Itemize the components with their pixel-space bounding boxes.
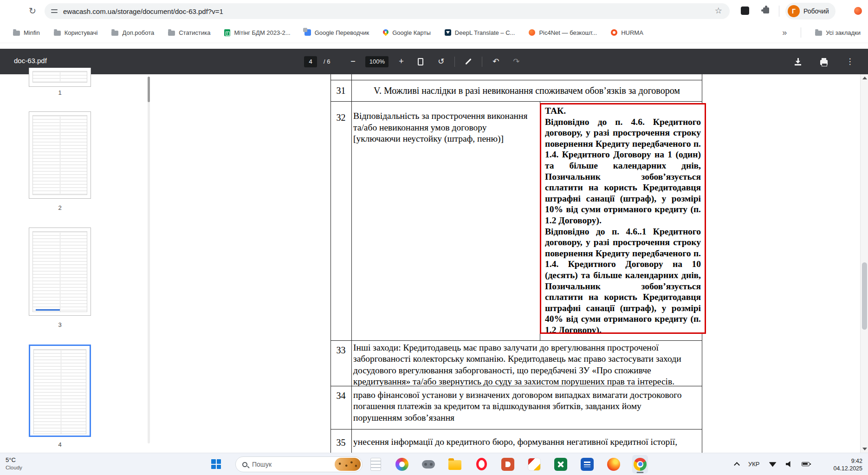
pdf-page: 31 V. Можливі наслідки в разі невиконанн… bbox=[155, 74, 860, 453]
section-header-text: V. Можливі наслідки в разі невиконання с… bbox=[351, 80, 702, 101]
pdf-toolbar: doc-63.pdf 4 / 6 − 100% + ↺ ↶ ↷ ⋮ bbox=[0, 49, 868, 74]
page-count-label: / 6 bbox=[324, 58, 330, 65]
download-icon bbox=[795, 58, 801, 65]
tray-expand-chevron-icon[interactable] bbox=[734, 462, 740, 468]
thumbnail-page-2[interactable] bbox=[29, 111, 91, 199]
thumbnail-preview bbox=[32, 71, 87, 83]
printer-icon bbox=[820, 60, 828, 65]
bookmark-folder-minfin[interactable]: Minfin bbox=[13, 29, 40, 36]
zoom-in-button[interactable]: + bbox=[395, 56, 407, 68]
thumbnail-scrollbar[interactable] bbox=[148, 77, 150, 443]
redo-button[interactable]: ↷ bbox=[509, 55, 523, 69]
windows-taskbar: 5°C Cloudy Пошук УКР 9:42 04.12.2025 bbox=[0, 453, 868, 475]
undo-button[interactable]: ↶ bbox=[489, 55, 503, 69]
annotate-button[interactable] bbox=[461, 55, 475, 69]
weather-widget[interactable]: 5°C Cloudy bbox=[6, 456, 22, 471]
taskbar-search-box[interactable]: Пошук bbox=[235, 456, 363, 472]
clock-widget[interactable]: 9:42 04.12.2025 bbox=[833, 457, 862, 473]
bookmark-label: Google Карты bbox=[392, 29, 431, 36]
zoom-out-button[interactable]: − bbox=[347, 56, 359, 68]
controller-app-icon[interactable] bbox=[421, 455, 436, 474]
mail-app-icon[interactable] bbox=[526, 455, 542, 474]
thumbnail-page-1[interactable] bbox=[29, 68, 91, 87]
all-bookmarks-label: Усі закладки bbox=[826, 29, 861, 36]
all-bookmarks-button[interactable]: Усі закладки bbox=[815, 29, 861, 36]
pdf-filename: doc-63.pdf bbox=[14, 57, 47, 65]
scroll-down-arrow[interactable] bbox=[862, 448, 867, 450]
fit-page-button[interactable] bbox=[414, 55, 428, 69]
browser-toolbar: ↻ ewacash.com.ua/storage/document/doc-63… bbox=[0, 0, 868, 22]
extensions-icon[interactable] bbox=[763, 7, 769, 13]
bookmark-hurma[interactable]: HURMA bbox=[611, 29, 643, 36]
pdf-right-controls: ⋮ bbox=[791, 49, 857, 74]
bookmark-google-translate[interactable]: Google Переводчик bbox=[304, 29, 369, 36]
thumbnail-page-4-selected[interactable] bbox=[29, 345, 91, 437]
battery-icon[interactable] bbox=[802, 462, 810, 466]
row-33-text: Інші заходи: Кредитодавець має право зал… bbox=[353, 342, 700, 387]
bookmarks-divider bbox=[801, 27, 801, 38]
pinned-extension-icon[interactable] bbox=[741, 7, 749, 15]
thumbnail-scrollbar-thumb[interactable] bbox=[148, 77, 150, 102]
print-button[interactable] bbox=[817, 55, 831, 69]
thumbnail-page-3[interactable] bbox=[29, 228, 91, 316]
bookmark-google-maps[interactable]: Google Карты bbox=[383, 29, 431, 36]
row-number: 35 bbox=[330, 437, 351, 448]
bookmark-folder-users[interactable]: Користувачі bbox=[54, 29, 98, 36]
rotate-button[interactable]: ↺ bbox=[434, 55, 448, 69]
file-explorer-app-icon[interactable] bbox=[447, 455, 463, 474]
photos-app-icon[interactable] bbox=[394, 455, 410, 474]
bookmark-label: Мітінг БДМ 2023-2... bbox=[234, 29, 290, 36]
address-bar[interactable]: ewacash.com.ua/storage/document/doc-63.p… bbox=[45, 3, 730, 19]
folder-icon bbox=[54, 31, 61, 36]
row-number: 33 bbox=[330, 345, 351, 356]
pen-icon bbox=[466, 59, 472, 65]
volume-icon[interactable] bbox=[786, 461, 792, 467]
search-icon bbox=[242, 462, 247, 467]
opera-app-icon[interactable] bbox=[473, 455, 489, 474]
word-icon bbox=[581, 458, 594, 471]
toolbar-divider bbox=[779, 6, 779, 17]
bookmark-deepl[interactable]: DeepL Translate – С... bbox=[445, 29, 515, 36]
firefox-app-icon[interactable] bbox=[606, 455, 622, 474]
profile-name: Робочий bbox=[803, 7, 829, 15]
profile-avatar: Г bbox=[788, 5, 800, 17]
bookmark-label: Користувачі bbox=[65, 29, 98, 36]
bookmark-label: Статистика bbox=[179, 29, 210, 36]
vertical-scrollbar[interactable] bbox=[860, 74, 868, 453]
pic4net-icon bbox=[529, 29, 535, 36]
excel-app-icon[interactable] bbox=[553, 455, 569, 474]
pdf-center-controls: 4 / 6 − 100% + ↺ ↶ ↷ bbox=[304, 49, 523, 74]
powerpoint-app-icon[interactable] bbox=[500, 455, 516, 474]
table-border bbox=[330, 101, 702, 102]
page-number-input[interactable]: 4 bbox=[304, 56, 317, 67]
download-button[interactable] bbox=[791, 55, 805, 69]
photos-icon bbox=[395, 458, 408, 471]
bookmarks-overflow-chevron[interactable]: » bbox=[782, 28, 787, 38]
wifi-icon[interactable] bbox=[769, 462, 777, 467]
pinned-extension-orange-icon[interactable] bbox=[854, 7, 862, 15]
profile-chip[interactable]: Г Робочий bbox=[785, 3, 836, 20]
chrome-app-icon-active[interactable] bbox=[632, 455, 648, 474]
bookmark-meeting-sheet[interactable]: Мітінг БДМ 2023-2... bbox=[224, 29, 290, 36]
url-text[interactable]: ewacash.com.ua/storage/document/doc-63.p… bbox=[63, 7, 223, 15]
thumbnail-preview bbox=[32, 115, 87, 195]
scrollbar-thumb[interactable] bbox=[862, 262, 867, 330]
excel-icon bbox=[554, 458, 567, 471]
reload-icon[interactable]: ↻ bbox=[27, 6, 38, 17]
start-button[interactable] bbox=[211, 459, 221, 469]
answer-intro: ТАК. bbox=[545, 105, 701, 117]
bookmark-star-icon[interactable]: ☆ bbox=[715, 6, 722, 16]
bookmark-folder-extra-work[interactable]: Доп.робота bbox=[111, 29, 154, 36]
scroll-up-arrow[interactable] bbox=[862, 77, 867, 79]
language-indicator[interactable]: УКР bbox=[748, 461, 760, 468]
bookmark-folder-statistics[interactable]: Статистика bbox=[168, 29, 210, 36]
more-options-button[interactable]: ⋮ bbox=[843, 55, 857, 69]
toolbar-divider bbox=[454, 57, 455, 67]
word-app-icon[interactable] bbox=[579, 455, 595, 474]
notepad-app-icon[interactable] bbox=[368, 455, 383, 474]
zoom-level[interactable]: 100% bbox=[365, 56, 389, 67]
bookmark-pic4net[interactable]: Pic4Net — безкошт... bbox=[529, 29, 597, 36]
chrome-icon bbox=[634, 458, 647, 471]
site-settings-icon[interactable] bbox=[51, 8, 58, 14]
firefox-icon bbox=[607, 458, 620, 471]
